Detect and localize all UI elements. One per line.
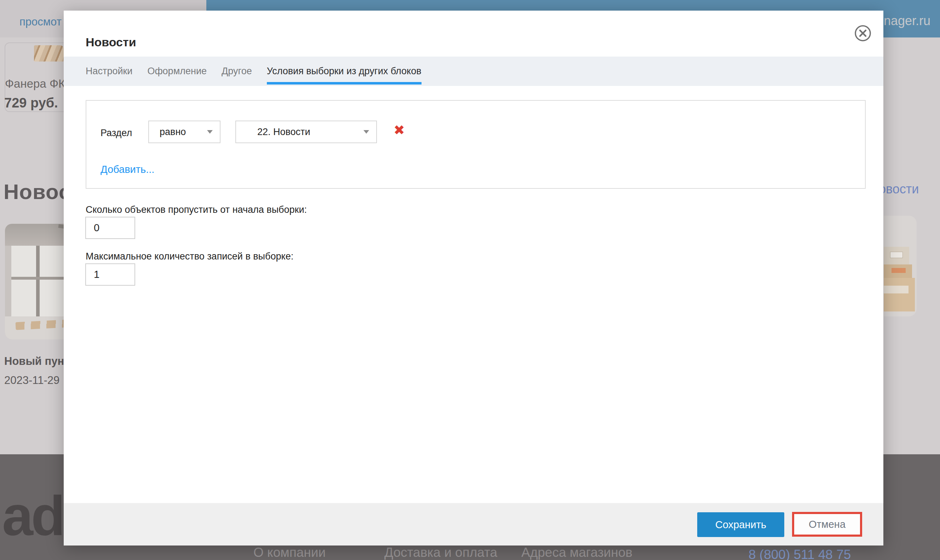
close-icon[interactable] (852, 23, 874, 44)
filter-conditions-panel: Раздел равно 22. Новости ✖ Добавить... (86, 100, 866, 189)
footer-link-about[interactable]: О компании (253, 545, 326, 560)
photo-box-label (890, 252, 903, 258)
news-settings-modal: Новости Настройки Оформление Другое Усло… (64, 11, 883, 546)
tab-design[interactable]: Оформление (147, 57, 207, 86)
boxes-news-image (884, 215, 917, 316)
plywood-product-image (34, 45, 64, 62)
photo-window-frame (36, 246, 40, 316)
save-button[interactable]: Сохранить (697, 512, 784, 537)
tab-selection-conditions[interactable]: Условия выборки из других блоков (267, 57, 421, 86)
skip-count-input[interactable] (85, 217, 135, 239)
tab-other[interactable]: Другое (222, 57, 252, 86)
photo-box (884, 278, 915, 311)
modal-title: Новости (86, 35, 136, 49)
skip-count-label: Сколько объектов пропустить от начала вы… (86, 205, 307, 215)
modal-footer: Сохранить Отмена (64, 503, 883, 546)
filter-value-text: 22. Новости (257, 126, 310, 137)
max-records-label: Максимальное количество записей в выборк… (86, 251, 293, 262)
tab-settings[interactable]: Настройки (86, 57, 132, 86)
footer-link-delivery[interactable]: Доставка и оплата (384, 545, 497, 560)
filter-operator-value: равно (160, 126, 186, 137)
filter-field-label: Раздел (100, 128, 132, 138)
product-title: Фанера ФК (5, 77, 65, 91)
photo-box (884, 247, 909, 265)
photo-box-label (892, 268, 906, 273)
max-records-input[interactable] (85, 263, 135, 286)
chevron-down-icon (207, 130, 213, 134)
cancel-button[interactable]: Отмена (792, 512, 862, 537)
photo-window-frame (11, 277, 65, 280)
filter-operator-select[interactable]: равно (148, 120, 221, 143)
filter-value-select[interactable]: 22. Новости (235, 120, 377, 143)
chevron-down-icon (363, 130, 369, 134)
modal-tab-bar: Настройки Оформление Другое Условия выбо… (64, 57, 883, 86)
site-domain-text: nager.ru (884, 14, 931, 28)
delete-filter-icon[interactable]: ✖ (394, 123, 405, 137)
photo-box-label (884, 286, 909, 294)
admin-view-link[interactable]: просмот (20, 15, 62, 28)
add-condition-link[interactable]: Добавить... (100, 164, 154, 175)
footer-link-addresses[interactable]: Адреса магазинов (521, 545, 633, 560)
news-item-date: 2023-11-29 (4, 374, 59, 387)
footer-phone-link[interactable]: 8 (800) 511 48 75 (749, 547, 851, 560)
product-price: 729 руб. (4, 95, 58, 111)
photo-box (884, 265, 912, 278)
